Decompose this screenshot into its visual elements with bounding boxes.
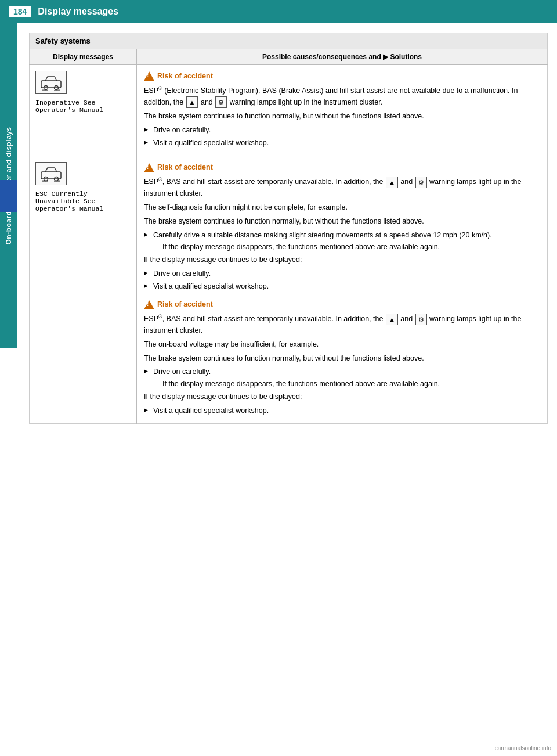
main-content: Safety systems Display messages Possible…	[17, 23, 557, 433]
warning-triangle-icon-2b	[144, 300, 154, 309]
risk-section-2a: Risk of accident ESP®, BAS and hill star…	[144, 162, 540, 291]
car-icon-svg-1	[39, 74, 63, 91]
bullet-item: Drive on carefully. If the display messa…	[144, 366, 540, 390]
watermark: carmanualsonline.info	[495, 745, 551, 751]
safety-table: Safety systems Display messages Possible…	[29, 33, 548, 424]
display-code-1: Inoperative See Operator's Manual	[35, 99, 131, 114]
para-2a-3: The brake system continues to function n…	[144, 216, 540, 227]
display-cell-2: ESC Currently Unavailable See Operator's…	[30, 156, 137, 424]
page-number: 184	[9, 6, 31, 17]
bullet-item: Drive on carefully.	[144, 125, 540, 136]
risk-label-2b: Risk of accident	[157, 299, 213, 310]
risk-label-2a: Risk of accident	[157, 162, 213, 173]
bullet-list-2b: Drive on carefully. If the display messa…	[144, 366, 540, 390]
bullet-item: Drive on carefully.	[144, 268, 540, 279]
warning-lamp-icon-gear-2a: ⚙	[415, 177, 427, 189]
sub-indent-2a: If the display message disappears, the f…	[162, 242, 540, 253]
warning-lamp-icon-a-2b: ▲	[386, 314, 398, 326]
para-2a-after: If the display message continues to be d…	[144, 254, 540, 265]
causes-cell-2: Risk of accident ESP®, BAS and hill star…	[137, 156, 548, 424]
warning-triangle-icon-2a	[144, 163, 154, 172]
risk-section-2b: Risk of accident ESP®, BAS and hill star…	[144, 294, 540, 416]
bullet-list-2a-sub: Drive on carefully. Visit a qualified sp…	[144, 268, 540, 292]
car-icon-box-2	[35, 162, 67, 185]
table-row: Inoperative See Operator's Manual Risk o…	[30, 65, 548, 156]
risk-label-1: Risk of accident	[157, 71, 213, 82]
bullet-list-2a: Carefully drive a suitable distance maki…	[144, 230, 540, 253]
bullet-item: Visit a qualified specialist workshop.	[144, 138, 540, 149]
page-header: 184 Display messages	[0, 0, 557, 23]
col-header-causes: Possible causes/consequences and ▶ Solut…	[137, 49, 548, 65]
para-2a-1: ESP®, BAS and hill start assist are temp…	[144, 176, 540, 199]
warning-lamp-icon-gear-1: ⚙	[215, 96, 227, 109]
para-2b-3: The brake system continues to function n…	[144, 353, 540, 364]
para-1-2: The brake system continues to function n…	[144, 111, 540, 122]
col-header-display: Display messages	[30, 49, 137, 65]
para-2a-2: The self-diagnosis function might not be…	[144, 202, 540, 213]
bullet-list-1: Drive on carefully. Visit a qualified sp…	[144, 125, 540, 149]
risk-warning-2b: Risk of accident	[144, 299, 213, 310]
table-title: Safety systems	[30, 33, 548, 49]
para-1-1: ESP® (Electronic Stability Program), BAS…	[144, 85, 540, 108]
bullet-item: Visit a qualified specialist workshop.	[144, 405, 540, 416]
display-cell-1: Inoperative See Operator's Manual	[30, 65, 137, 156]
bullet-list-2b-sub: Visit a qualified specialist workshop.	[144, 405, 540, 416]
para-2b-after: If the display message continues to be d…	[144, 391, 540, 402]
para-2b-1: ESP®, BAS and hill start assist are temp…	[144, 313, 540, 336]
car-icon-box-1	[35, 71, 67, 94]
para-2b-2: The on-board voltage may be insufficient…	[144, 339, 540, 350]
warning-lamp-icon-gear-2b: ⚙	[415, 314, 427, 326]
causes-cell-1: Risk of accident ESP® (Electronic Stabil…	[137, 65, 548, 156]
page-title: Display messages	[38, 6, 118, 17]
warning-lamp-icon-a-2a: ▲	[386, 177, 398, 189]
car-icon-svg-2	[39, 165, 63, 182]
bullet-item: Visit a qualified specialist workshop.	[144, 281, 540, 292]
risk-warning-1: Risk of accident	[144, 71, 213, 82]
bullet-item: Carefully drive a suitable distance maki…	[144, 230, 540, 253]
table-row-2: ESC Currently Unavailable See Operator's…	[30, 156, 548, 424]
sub-indent-2b: If the display message disappears, the f…	[162, 379, 540, 390]
display-code-2: ESC Currently Unavailable See Operator's…	[35, 190, 131, 213]
risk-warning-2a: Risk of accident	[144, 162, 213, 173]
warning-lamp-icon-a-1: ▲	[186, 96, 198, 109]
warning-triangle-icon-1	[144, 71, 154, 81]
side-marker	[0, 180, 17, 212]
